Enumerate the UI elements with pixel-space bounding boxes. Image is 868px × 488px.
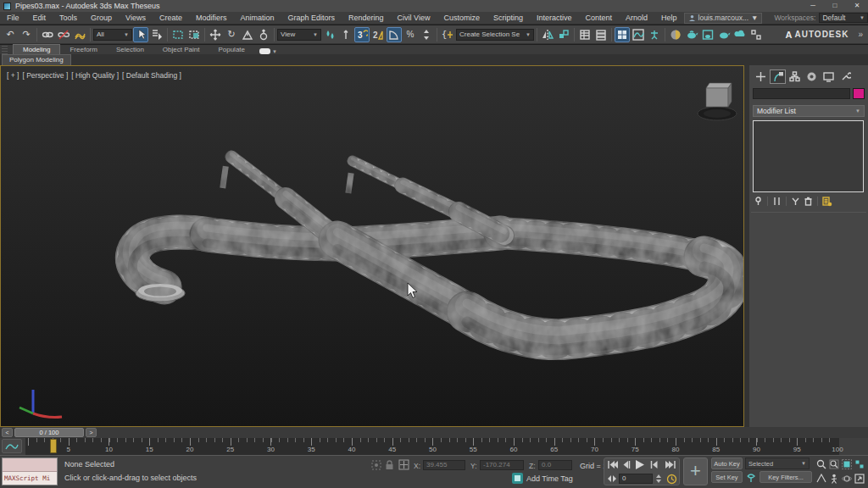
render-setup-icon[interactable]	[684, 27, 699, 42]
key-mode-toggle-icon[interactable]	[607, 474, 617, 483]
ribbon-grip[interactable]	[2, 46, 8, 54]
toolbar-overflow-chevron[interactable]: »	[858, 30, 863, 39]
use-pivot-point-center-icon[interactable]	[322, 27, 337, 42]
modifier-stack[interactable]	[753, 120, 864, 192]
schematic-view-icon[interactable]	[647, 27, 662, 42]
motion-tab-icon[interactable]	[804, 69, 820, 84]
select-and-rotate-icon[interactable]: ↻	[224, 27, 239, 42]
mirror-icon[interactable]	[540, 27, 555, 42]
menu-graph-editors[interactable]: Graph Editors	[281, 12, 342, 25]
spinner-snap-toggle-icon[interactable]: %	[403, 27, 418, 42]
zoom-extents-icon[interactable]	[841, 458, 852, 469]
go-to-start-icon[interactable]	[607, 460, 619, 469]
reference-coordinate-dropdown[interactable]: View▼	[277, 29, 321, 41]
edit-named-selection-sets-icon[interactable]: {	[440, 27, 455, 42]
absolute-relative-coordinates-icon[interactable]	[398, 459, 409, 470]
walk-through-icon[interactable]	[828, 473, 839, 484]
ribbon-tab-object-paint[interactable]: Object Paint	[153, 45, 209, 54]
select-object-icon[interactable]	[133, 27, 148, 42]
modify-tab-icon[interactable]	[770, 69, 786, 84]
go-to-end-icon[interactable]	[665, 460, 676, 469]
menu-group[interactable]: Group	[84, 12, 119, 25]
menu-content[interactable]: Content	[578, 12, 619, 25]
time-slider-handle[interactable]	[50, 439, 57, 453]
auto-key-button[interactable]: Auto Key	[711, 458, 743, 469]
add-time-tag-label[interactable]: Add Time Tag	[526, 474, 573, 483]
select-and-manipulate-icon[interactable]	[338, 27, 353, 42]
zoom-icon[interactable]	[815, 458, 826, 469]
ribbon-tab-populate[interactable]: Populate	[209, 45, 254, 54]
maxscript-listener-pane[interactable]: MAXScript Mi	[3, 472, 57, 485]
show-end-result-icon[interactable]	[771, 196, 782, 207]
y-coordinate-field[interactable]: -170.274	[480, 460, 524, 470]
z-coordinate-field[interactable]: 0.0	[538, 460, 572, 470]
add-time-tag-icon[interactable]	[512, 473, 523, 484]
viewport-menu-pov[interactable]: [ Perspective ]	[22, 71, 68, 80]
field-of-view-icon[interactable]	[815, 473, 826, 484]
unlink-selection-icon[interactable]	[56, 27, 71, 42]
menu-rendering[interactable]: Rendering	[342, 12, 391, 25]
selection-lock-icon[interactable]	[384, 459, 395, 470]
ribbon-tab-selection[interactable]: Selection	[107, 45, 153, 54]
viewport-menu-shading[interactable]: [ Default Shading ]	[122, 71, 181, 80]
selection-set-filter-dropdown[interactable]: Selected ▼	[745, 458, 810, 469]
utilities-tab-icon[interactable]	[837, 69, 854, 84]
next-frame-button[interactable]: >	[86, 428, 97, 437]
user-account-button[interactable]: louis.marcoux... ▼	[684, 13, 763, 24]
previous-frame-button[interactable]: <	[2, 428, 13, 437]
workspaces-dropdown[interactable]: Default ▼	[819, 13, 868, 23]
angle-snap-toggle-icon[interactable]: 2	[370, 27, 386, 42]
toggle-layer-explorer-icon[interactable]	[593, 27, 609, 42]
orbit-icon[interactable]	[841, 473, 852, 484]
set-keys-button[interactable]: +	[683, 458, 708, 485]
set-key-button[interactable]: Set Key	[711, 471, 743, 483]
percent-snap-toggle-icon[interactable]	[387, 27, 402, 42]
viewport-menu-quality[interactable]: [ High Quality ]	[71, 71, 119, 80]
key-filters-button[interactable]: Key Filters...	[760, 471, 812, 483]
selection-filter-dropdown[interactable]: All▼	[93, 29, 132, 41]
object-name-field[interactable]	[753, 88, 850, 99]
menu-civil-view[interactable]: Civil View	[391, 12, 437, 25]
bind-to-space-warp-icon[interactable]	[72, 27, 87, 42]
previous-frame-icon[interactable]	[621, 460, 631, 469]
open-mini-curve-editor-button[interactable]	[2, 439, 22, 453]
close-button[interactable]: ✕	[846, 0, 868, 12]
ribbon-tab-modeling[interactable]: Modeling	[13, 44, 60, 54]
align-icon[interactable]	[556, 27, 571, 42]
select-by-name-icon[interactable]	[149, 27, 164, 42]
hierarchy-tab-icon[interactable]	[787, 69, 803, 84]
menu-views[interactable]: Views	[119, 12, 153, 25]
redo-icon[interactable]: ↷	[19, 27, 34, 42]
minimize-button[interactable]: ─	[802, 0, 824, 12]
configure-modifier-sets-icon[interactable]	[821, 196, 832, 207]
menu-tools[interactable]: Tools	[53, 12, 84, 25]
pipes-model[interactable]	[132, 154, 729, 350]
isolate-selection-icon[interactable]	[370, 459, 381, 470]
render-production-icon[interactable]	[716, 27, 732, 42]
frame-spinner[interactable]	[655, 474, 662, 484]
play-animation-icon[interactable]	[633, 459, 647, 470]
menu-create[interactable]: Create	[153, 12, 189, 25]
next-frame-icon[interactable]	[650, 460, 659, 469]
render-in-cloud-icon[interactable]	[732, 27, 748, 42]
object-color-swatch[interactable]	[853, 88, 865, 99]
maxscript-mini-listener[interactable]: MAXScript Mi	[2, 458, 58, 485]
macro-recorder-pane[interactable]	[3, 458, 57, 472]
x-coordinate-field[interactable]: 39.455	[423, 460, 465, 470]
curve-editor-icon[interactable]	[631, 27, 646, 42]
menu-interactive[interactable]: Interactive	[530, 12, 579, 25]
ribbon-subtab-polygon-modeling[interactable]: Polygon Modeling	[2, 54, 71, 65]
maximize-button[interactable]: □	[824, 0, 846, 12]
select-and-move-icon[interactable]	[208, 27, 223, 42]
key-filters-icon[interactable]	[745, 472, 756, 483]
zoom-extents-all-icon[interactable]	[854, 458, 865, 469]
maximize-viewport-toggle-icon[interactable]	[854, 473, 865, 484]
window-crossing-icon[interactable]	[186, 27, 202, 42]
toggle-scene-explorer-icon[interactable]	[577, 27, 593, 42]
time-configuration-icon[interactable]	[666, 474, 677, 485]
viewport-3d[interactable]: [ + ] [ Perspective ] [ High Quality ] […	[0, 65, 744, 427]
frame-counter-button[interactable]: 0 / 100	[14, 428, 84, 437]
menu-scripting[interactable]: Scripting	[487, 12, 530, 25]
viewcube[interactable]	[698, 83, 737, 120]
spinner-snap-arrows-icon[interactable]	[419, 27, 434, 42]
